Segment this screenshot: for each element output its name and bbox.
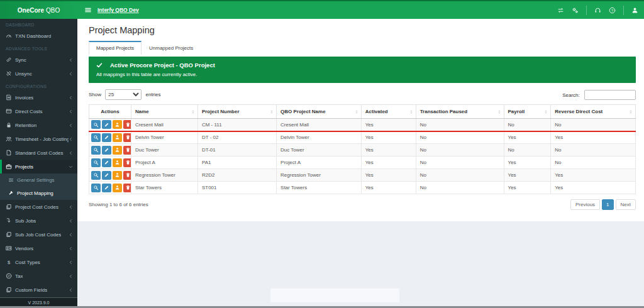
search-icon xyxy=(93,122,99,128)
column-header-reverse-direct-cost[interactable]: Reverse Direct Cost xyxy=(551,105,636,119)
deactivate-button[interactable] xyxy=(113,133,122,142)
deactivate-button[interactable] xyxy=(113,120,122,129)
edit-button[interactable] xyxy=(102,133,111,142)
view-button[interactable] xyxy=(91,184,101,192)
delete-button[interactable] xyxy=(123,184,131,192)
column-header-activated[interactable]: Activated xyxy=(361,105,416,119)
sidebar-item-invoices[interactable]: Invoices xyxy=(0,91,77,104)
sidebar-item-unsync[interactable]: Unsync xyxy=(0,67,77,80)
sidebar-item-txn-dashboard[interactable]: TXN Dashboard xyxy=(0,29,77,43)
edit-button[interactable] xyxy=(102,120,111,129)
deactivate-button[interactable] xyxy=(113,171,122,180)
next-page-button[interactable]: Next xyxy=(616,199,636,210)
view-button[interactable] xyxy=(91,120,101,129)
column-header-name[interactable]: Name xyxy=(131,105,197,119)
gears-icon[interactable] xyxy=(572,7,579,14)
sidebar-item-general-settings[interactable]: General Settings xyxy=(0,173,77,187)
page-length-select[interactable]: 25 xyxy=(105,89,142,100)
previous-page-button[interactable]: Previous xyxy=(570,199,600,210)
sidebar-item-label: Timesheet - Job Costings xyxy=(15,136,69,142)
edit-button[interactable] xyxy=(102,146,111,155)
user-down-icon xyxy=(114,122,120,128)
edit-button[interactable] xyxy=(102,184,111,192)
sidebar-section-dashboard: DASHBOARD xyxy=(0,19,77,29)
check-icon xyxy=(96,62,103,69)
table-row: Project APA1Project AYesNoYesNo xyxy=(89,157,636,169)
actions-cell xyxy=(89,182,131,194)
trash-icon xyxy=(125,160,131,165)
deactivate-button[interactable] xyxy=(113,158,122,167)
column-label: Actions xyxy=(101,109,119,114)
cell-name: Delvin Tower xyxy=(131,131,197,144)
sidebar-item-direct-costs[interactable]: Direct Costs xyxy=(0,104,77,118)
column-header-transaction-paused[interactable]: Transaction Paused xyxy=(416,105,504,119)
sidebar-item-sub-jobs[interactable]: Sub Jobs xyxy=(0,214,77,228)
cell-reverse-direct-cost: Yes xyxy=(551,169,636,182)
user-icon[interactable] xyxy=(631,7,638,14)
sidebar-item-custom-fields[interactable]: Custom Fields xyxy=(0,283,77,297)
user-down-icon xyxy=(114,135,120,140)
main-content: Project Mapping Mapped Projects Unmapped… xyxy=(77,19,644,308)
column-header-project-number[interactable]: Project Number xyxy=(197,105,276,119)
delete-button[interactable] xyxy=(123,133,131,142)
menu-icon[interactable] xyxy=(84,6,92,14)
sidebar-item-projects[interactable]: Projects xyxy=(0,160,77,173)
chevron-left-icon xyxy=(69,96,73,100)
company-link[interactable]: Interfy QBO Dev xyxy=(97,7,139,13)
table-info: Showing 1 to 6 of 6 entries xyxy=(89,202,148,207)
chevron-left-icon xyxy=(69,123,73,128)
page-1-button[interactable]: 1 xyxy=(602,199,613,210)
sidebar-item-standard-cost-codes[interactable]: Standard Cost Codes xyxy=(0,146,77,160)
delete-button[interactable] xyxy=(123,120,131,129)
search-input[interactable] xyxy=(584,90,636,100)
transfer-icon[interactable] xyxy=(557,7,564,14)
table-controls: Show 25 entries Search: xyxy=(89,89,636,100)
view-button[interactable] xyxy=(91,171,101,180)
table-row: Cresent MallCM - 111Cresent MallYesNoNoN… xyxy=(89,119,636,131)
deactivate-button[interactable] xyxy=(113,146,122,155)
sidebar-item-retention[interactable]: Retention xyxy=(0,118,77,132)
actions-cell xyxy=(89,169,131,182)
column-header-qbo-project-name[interactable]: QBO Project Name xyxy=(277,105,362,119)
active-mappings-banner: Active Procore Project - QBO Project All… xyxy=(89,57,636,83)
pagination: Previous 1 Next xyxy=(570,199,636,210)
sidebar-item-cost-types[interactable]: $Cost Types xyxy=(0,255,77,269)
sidebar-item-project-mapping[interactable]: Project Mapping xyxy=(0,187,77,200)
sidebar-item-sync[interactable]: Sync xyxy=(0,53,77,67)
percent-icon xyxy=(6,273,12,279)
delete-button[interactable] xyxy=(123,171,131,180)
edit-button[interactable] xyxy=(102,158,111,167)
watermark xyxy=(270,289,399,302)
deactivate-button[interactable] xyxy=(113,184,122,192)
sort-icon xyxy=(628,109,633,114)
view-button[interactable] xyxy=(91,133,101,142)
cell-qbo-project-name: Cresent Mall xyxy=(277,119,362,131)
sliders-icon xyxy=(8,177,14,183)
sidebar-item-timesheet-job-costings[interactable]: Timesheet - Job Costings xyxy=(0,132,77,146)
brand-logo[interactable]: OneCore QBO xyxy=(0,1,77,19)
sidebar-item-tax[interactable]: Tax xyxy=(0,269,77,283)
headset-icon[interactable] xyxy=(594,7,601,14)
delete-button[interactable] xyxy=(123,146,131,155)
svg-text:?: ? xyxy=(611,8,614,12)
help-icon[interactable]: ? xyxy=(609,7,616,14)
tab-unmapped-projects[interactable]: Unmapped Projects xyxy=(142,41,201,55)
tab-bar: Mapped Projects Unmapped Projects xyxy=(89,41,636,55)
view-button[interactable] xyxy=(91,158,101,167)
cell-project-number: DT-01 xyxy=(197,144,276,157)
cell-qbo-project-name: Project A xyxy=(277,157,362,169)
sidebar-item-sub-job-cost-codes[interactable]: Sub Job Cost Codes xyxy=(0,228,77,241)
column-header-payroll[interactable]: Payroll xyxy=(504,105,551,119)
delete-button[interactable] xyxy=(123,158,131,167)
cell-name: Star Towers xyxy=(131,182,197,194)
view-button[interactable] xyxy=(91,146,101,155)
column-header-actions: Actions xyxy=(89,105,131,119)
column-label: QBO Project Name xyxy=(280,109,326,114)
tab-mapped-projects[interactable]: Mapped Projects xyxy=(89,41,142,55)
search-control: Search: xyxy=(562,90,636,100)
sidebar-item-label: Tax xyxy=(15,273,23,279)
sidebar-item-vendors[interactable]: Vendors xyxy=(0,241,77,255)
sidebar-item-project-cost-codes[interactable]: Project Cost Codes xyxy=(0,200,77,214)
edit-button[interactable] xyxy=(102,171,111,180)
separator xyxy=(623,6,624,15)
